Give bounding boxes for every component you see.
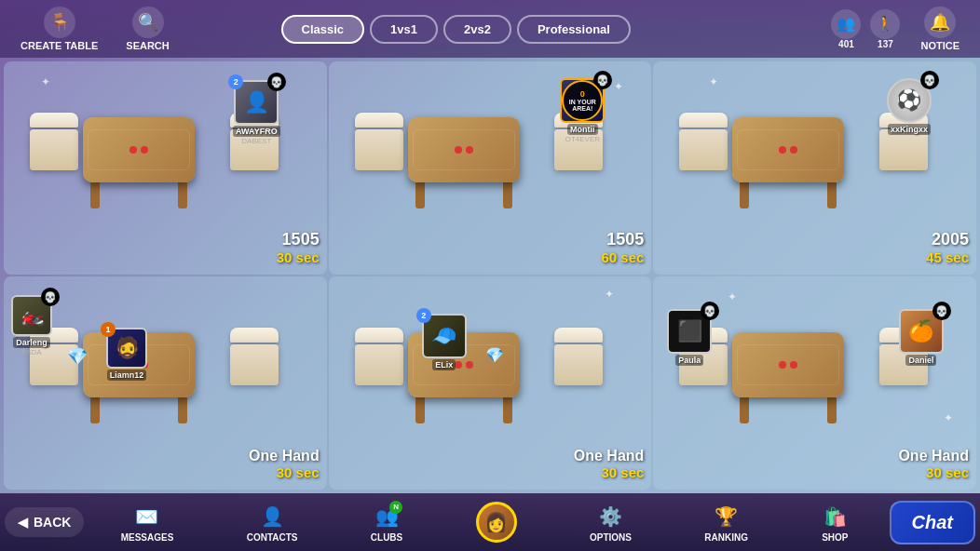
options-button[interactable]: ⚙️ OPTIONS	[590, 503, 632, 543]
tab-1vs1[interactable]: 1vs1	[370, 15, 438, 44]
table-points: 1505	[601, 230, 644, 249]
scene-4: 🏍️ 💀 Darleng FSDA 💎 🧔 1 Liamn12 One Hand…	[4, 276, 327, 490]
table-cell-2[interactable]: ✦ 0	[329, 61, 652, 275]
shop-icon: 🛍️	[821, 503, 849, 531]
top-right-icons: 👥 401 🚶 137 🔔 NOTICE	[831, 3, 971, 55]
top-navigation: 🪑 CREATE TABLE 🔍 SEARCH Classic 1vs1 2vs…	[0, 0, 980, 58]
game-table	[732, 117, 844, 208]
table-time: 30 sec	[249, 464, 320, 480]
contacts-button[interactable]: 👤 CONTACTS	[247, 503, 298, 543]
player6a-name: Paula	[675, 355, 703, 366]
player1-name: AWAYFRO	[233, 126, 280, 137]
player4a-sub: FSDA	[21, 348, 41, 356]
back-button[interactable]: ◀ BACK	[5, 507, 84, 537]
table-info-3: 2005 45 sec	[926, 230, 969, 265]
table-cell-6[interactable]: ✦ ✦ ⬛ 💀	[653, 276, 976, 490]
table-info-5: One Hand 30 sec	[574, 448, 645, 480]
level-badge: 2	[416, 308, 431, 323]
table-points: 1505	[277, 230, 320, 249]
game-table	[408, 117, 520, 208]
player1-sub: DABEST	[241, 137, 271, 145]
left-chair	[30, 113, 78, 170]
player4b-avatar: 🧔 1 Liamn12	[106, 328, 147, 381]
right-chair	[230, 328, 279, 385]
left-chair	[679, 113, 728, 170]
table-info-2: 1505 60 sec	[601, 230, 644, 265]
create-table-icon: 🪑	[44, 7, 75, 38]
gem-icon2: 💎	[485, 346, 504, 364]
player6b-name: Daniel	[905, 355, 936, 366]
tab-classic[interactable]: Classic	[281, 15, 365, 44]
people-icon: 👥	[831, 9, 861, 39]
table-info-1: 1505 30 sec	[277, 230, 320, 265]
table-time: 30 sec	[277, 249, 320, 265]
player3-name: xxKingxx	[888, 124, 931, 135]
table-points: 2005	[926, 230, 969, 249]
table-label: One Hand	[249, 448, 320, 464]
table-cell-4[interactable]: 🏍️ 💀 Darleng FSDA 💎 🧔 1 Liamn12 One Hand…	[4, 276, 327, 490]
skull-icon: 💀	[701, 302, 719, 320]
skull-icon: 💀	[932, 302, 951, 320]
table-info-4: One Hand 30 sec	[249, 448, 320, 480]
tab-professional[interactable]: Professional	[517, 15, 631, 44]
create-table-button[interactable]: 🪑 CREATE TABLE	[9, 3, 109, 55]
clubs-notification: N	[389, 501, 402, 514]
game-table	[83, 117, 195, 208]
scene-3: ⚽ 💀 xxKingxx 2005 45 sec	[653, 61, 976, 275]
scene-2: 0 IN YOUR AREA! 💀 Montii OT4EVER 1505 60…	[329, 61, 652, 275]
player6b-avatar: 🍊 💀 Daniel	[899, 309, 944, 366]
table-label: One Hand	[574, 448, 645, 464]
scene-1: 👤 💀 2 AWAYFRO DABEST 1505 30 sec	[4, 61, 327, 275]
game-grid: ✦ 👤 💀	[0, 58, 980, 493]
player2-avatar: 0 IN YOUR AREA! 💀 Montii OT4EVER	[560, 78, 605, 143]
right-chair	[554, 328, 603, 385]
search-icon: 🔍	[132, 7, 164, 38]
messages-icon: ✉️	[133, 503, 161, 531]
profile-avatar: 👩	[476, 502, 517, 543]
player6a-avatar: ⬛ 💀 Paula	[667, 309, 712, 366]
player2-sub: OT4EVER	[565, 135, 600, 143]
in-your-area-badge: 0 IN YOUR AREA!	[562, 80, 603, 121]
search-button[interactable]: 🔍 SEARCH	[115, 3, 180, 55]
player1-avatar: 👤 💀 2 AWAYFRO DABEST	[233, 80, 280, 145]
shop-button[interactable]: 🛍️ SHOP	[821, 503, 849, 543]
profile-button[interactable]: 👩	[476, 502, 517, 543]
messages-button[interactable]: ✉️ MESSAGES	[121, 503, 174, 543]
left-chair	[355, 328, 403, 385]
ranking-icon: 🏆	[713, 503, 741, 531]
table-info-6: One Hand 30 sec	[898, 448, 969, 480]
contacts-icon: 👤	[258, 503, 286, 531]
player4a-name: Darleng	[13, 337, 50, 348]
table-time: 30 sec	[898, 464, 969, 480]
nav-items: ✉️ MESSAGES 👤 CONTACTS 👥 N CLUBS 👩 ⚙️ OP…	[84, 502, 885, 543]
chat-button[interactable]: Chat	[890, 501, 975, 544]
gem-icon: 💎	[67, 346, 88, 367]
online-count-badge[interactable]: 👥 401	[831, 9, 861, 49]
clubs-button[interactable]: 👥 N CLUBS	[371, 503, 402, 543]
table-label: One Hand	[898, 448, 969, 464]
mode-tabs: Classic 1vs1 2vs2 Professional	[281, 15, 631, 44]
table-time: 45 sec	[926, 249, 969, 265]
notice-button[interactable]: 🔔 NOTICE	[909, 3, 971, 55]
back-arrow-icon: ◀	[18, 515, 28, 530]
table-cell-5[interactable]: ✦ 💎 🧢 2	[329, 276, 652, 490]
left-chair	[355, 113, 403, 170]
scene-6: ⬛ 💀 Paula 🍊 💀 Daniel One Hand 30 sec	[653, 276, 976, 490]
level-badge: 1	[101, 322, 116, 337]
bottom-navigation: ◀ BACK ✉️ MESSAGES 👤 CONTACTS 👥 N CLUBS …	[0, 493, 980, 551]
ranking-button[interactable]: 🏆 RANKING	[704, 503, 748, 543]
notice-icon: 🔔	[924, 7, 956, 38]
skull-icon: 💀	[267, 73, 286, 91]
friends-icon: 🚶	[870, 9, 900, 39]
options-icon: ⚙️	[596, 503, 624, 531]
table-time: 60 sec	[601, 249, 644, 265]
table-cell-3[interactable]: ✦ ⚽ 💀 xxKingxx	[653, 61, 976, 275]
player5-name: ELix	[432, 359, 456, 370]
table-cell-1[interactable]: ✦ 👤 💀	[4, 61, 327, 275]
tab-2vs2[interactable]: 2vs2	[443, 15, 511, 44]
player4a-avatar: 🏍️ 💀 Darleng FSDA	[11, 295, 52, 356]
friends-count-badge[interactable]: 🚶 137	[870, 9, 900, 49]
skull-icon: 💀	[41, 288, 60, 306]
player4b-name: Liamn12	[107, 370, 147, 381]
scene-5: 💎 🧢 2 ELix One Hand 30 sec	[329, 276, 652, 490]
